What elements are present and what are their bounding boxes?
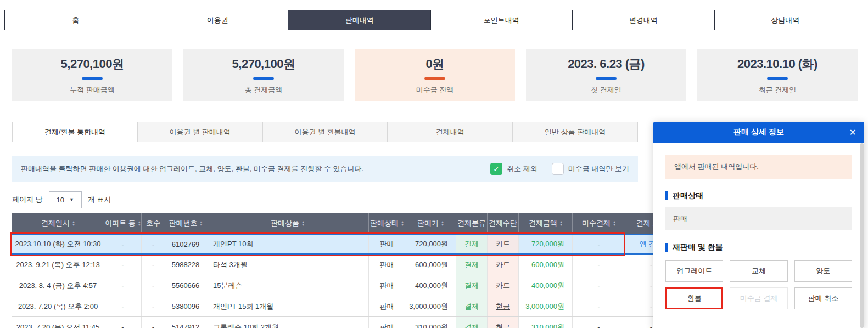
panel-button-3[interactable]: 환불 (665, 287, 723, 309)
column-header-6[interactable]: 판매가▴▾ (405, 213, 456, 234)
summary-card-2: 0원미수금 잔액 (355, 49, 515, 101)
panel-button-2[interactable]: 양도 (794, 260, 852, 282)
summary-card-label: 미수금 잔액 (416, 85, 454, 95)
main-tab-3[interactable]: 포인트내역 (430, 10, 573, 30)
sort-icon: ▴▾ (72, 220, 75, 226)
table-cell-text: - (152, 281, 154, 290)
sort-down-icon: ▾ (560, 223, 562, 226)
checkbox-checked-icon[interactable]: ✓ (490, 163, 502, 175)
sort-down-icon: ▾ (72, 223, 75, 226)
main-tab-1[interactable]: 이용권 (147, 10, 289, 30)
section-bar-icon (665, 243, 668, 252)
table-cell: - (104, 317, 142, 328)
main-tab-2[interactable]: 판매내역 (288, 10, 431, 30)
table-cell-text: - (650, 261, 652, 269)
panel-scrollbar-thumb[interactable] (860, 143, 864, 328)
table-cell: 결제 (456, 317, 488, 328)
table-cell: - (573, 235, 625, 253)
table-cell: - (573, 275, 625, 296)
column-header-label: 판매상태 (370, 218, 399, 228)
table-cell: - (573, 317, 625, 328)
column-header-5[interactable]: 판매상태▴▾ (369, 213, 405, 234)
table-cell-text: 현금 (496, 323, 510, 328)
table-cell-text: - (597, 281, 600, 290)
column-header-0[interactable]: 결제일시▴▾ (12, 213, 104, 234)
summary-cards: 5,270,100원누적 판매금액5,270,100원총 결제금액0원미수금 잔… (12, 49, 858, 101)
table-cell: 카드 (488, 235, 519, 253)
table-cell: 5147912 (165, 317, 206, 328)
history-tab-0[interactable]: 결제/환불 통합내역 (12, 122, 138, 142)
sort-down-icon: ▾ (302, 223, 304, 226)
column-header-1[interactable]: 아파트 동▴▾ (104, 213, 142, 234)
table-cell-text: - (121, 323, 124, 328)
table-cell-text: - (597, 240, 600, 248)
info-banner: 판매내역을 클릭하면 판매한 이용권에 대한 업그레이드, 교체, 양도, 환불… (12, 156, 638, 182)
main-tab-0[interactable]: 홈 (4, 10, 147, 30)
table-cell: 판매 (369, 235, 405, 253)
history-tab-4[interactable]: 일반 상품 판매내역 (512, 122, 638, 142)
column-header-8[interactable]: 결제수단 (488, 213, 519, 234)
main-tab-4[interactable]: 변경내역 (572, 10, 715, 30)
column-header-label: 결제분류 (457, 218, 486, 228)
accent-bar (82, 77, 103, 80)
column-header-10[interactable]: 미수결제▴▾ (573, 213, 625, 234)
table-cell: 카드 (488, 275, 519, 296)
table-cell-text: 결제 (464, 239, 479, 249)
table-cell: 결제 (456, 255, 488, 275)
table-cell: 2023. 7.20 (목) 오전 11:45 (12, 317, 104, 328)
table-cell-text: 5560666 (172, 281, 200, 290)
table-cell-text: 결제 (464, 302, 479, 312)
main-tab-5[interactable]: 상담내역 (714, 10, 857, 30)
column-header-9[interactable]: 결제금액▴▾ (519, 213, 573, 234)
table-cell-text: - (650, 323, 652, 328)
history-tab-1[interactable]: 이용권 별 판매내역 (137, 122, 263, 142)
column-header-label: 결제수단 (489, 218, 517, 228)
panel-button-5[interactable]: 판매 취소 (794, 287, 852, 309)
sale-status-section-title: 판매상태 (665, 191, 852, 201)
table-cell: 결제 (456, 296, 488, 316)
table-cell-text: 판매 (380, 323, 394, 328)
table-cell-text: 결제 (464, 323, 479, 328)
checkbox-unchecked-icon[interactable] (552, 163, 564, 175)
table-cell-text: 310,000원 (531, 323, 564, 328)
sort-down-icon: ▾ (441, 223, 444, 226)
history-tab-3[interactable]: 결제내역 (387, 122, 513, 142)
table-cell: 2023. 9.21 (목) 오후 12:13 (12, 255, 104, 275)
summary-card-value: 2023.10.10 (화) (737, 56, 817, 72)
table-cell: 2023. 7.20 (목) 오후 2:00 (12, 296, 104, 316)
history-tab-2[interactable]: 이용권 별 환불내역 (262, 122, 388, 142)
summary-card-value: 0원 (425, 56, 444, 72)
column-header-label: 판매가 (417, 218, 439, 228)
sale-detail-panel: 판매 상세 정보 ✕ 앱에서 판매된 내역입니다. 판매상태 판매 재판매 및 … (653, 122, 864, 328)
panel-button-1[interactable]: 교체 (730, 260, 787, 282)
table-cell-text: 결제 (464, 260, 479, 270)
column-header-7[interactable]: 결제분류 (456, 213, 488, 234)
app-sale-notice: 앱에서 판매된 내역입니다. (665, 155, 852, 179)
table-cell-text: - (121, 302, 124, 310)
unpaid-only-checkbox[interactable]: 미수금 내역만 보기 (552, 163, 629, 175)
column-header-2[interactable]: 호수 (142, 213, 165, 234)
column-header-3[interactable]: 판매번호▴▾ (165, 213, 206, 234)
page-size-control: 페이지 당 10 ▼ 개 표시 (12, 191, 111, 208)
history-tab-bar: 결제/환불 통합내역이용권 별 판매내역이용권 별 환불내역결제내역일반 상품 … (12, 122, 638, 142)
table-cell: - (142, 275, 165, 296)
table-cell-text: 6102769 (172, 240, 200, 248)
sale-status-value: 판매 (665, 207, 852, 230)
table-cell: 결제 (456, 275, 488, 296)
table-cell-text: - (152, 261, 154, 269)
summary-card-label: 최근 결제일 (759, 85, 797, 95)
sort-down-icon: ▾ (200, 223, 202, 226)
table-cell-text: 그룹레슨 10회 2개월 (213, 323, 279, 328)
sort-icon: ▴▾ (613, 220, 615, 226)
page-size-prefix: 페이지 당 (12, 195, 43, 205)
column-header-4[interactable]: 판매상품▴▾ (206, 213, 369, 234)
table-cell: 600,000원 (405, 255, 456, 275)
page-size-suffix: 개 표시 (88, 195, 111, 205)
close-icon[interactable]: ✕ (849, 122, 856, 143)
table-cell: 5988228 (165, 255, 206, 275)
table-cell-text: 카드 (496, 260, 510, 270)
panel-button-0[interactable]: 업그레이드 (665, 260, 723, 282)
panel-button-4: 미수금 결제 (730, 287, 787, 309)
exclude-cancel-checkbox[interactable]: ✓ 취소 제외 (490, 163, 537, 175)
page-size-select[interactable]: 10 ▼ (49, 191, 82, 208)
